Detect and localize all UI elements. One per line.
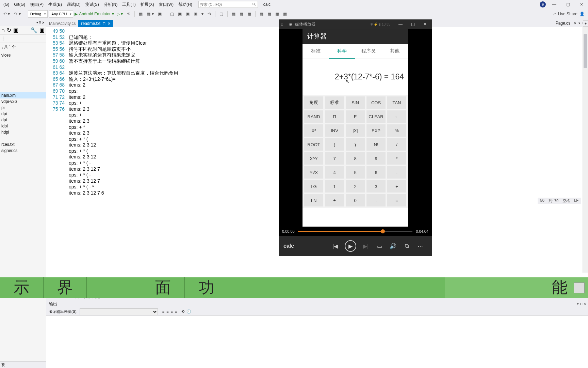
- pin-icon[interactable]: ⊓: [102, 21, 105, 26]
- step-icon[interactable]: ⟲: [126, 11, 132, 17]
- toolbar-icon[interactable]: ⟲: [206, 11, 212, 17]
- dropdown-icon[interactable]: ▾: [577, 302, 579, 306]
- tree-item[interactable]: dpi: [0, 111, 46, 117]
- output-source-select[interactable]: [80, 308, 158, 315]
- home-icon[interactable]: ⌂: [1, 27, 5, 33]
- dropdown-icon[interactable]: ▾: [36, 21, 38, 24]
- file-tab[interactable]: Page.cs: [554, 21, 572, 26]
- toolbar-icon[interactable]: ▦: [238, 11, 245, 17]
- menu-extensions[interactable]: 扩展(X): [138, 1, 156, 8]
- tree-item[interactable]: pi: [0, 105, 46, 111]
- close-icon[interactable]: ✕: [584, 302, 587, 306]
- tree-item[interactable]: idpi: [0, 123, 46, 129]
- tree-item[interactable]: nain.xml: [0, 92, 46, 98]
- calc-key[interactable]: N!: [366, 138, 386, 151]
- toolbar-icon[interactable]: ▣: [177, 11, 183, 17]
- toolbar-icon[interactable]: ▦: [137, 11, 144, 17]
- volume-button[interactable]: 🔊: [388, 241, 398, 251]
- toolbar-icon[interactable]: ▢: [169, 11, 175, 17]
- calc-key[interactable]: 角度: [304, 96, 323, 109]
- toolbar-icon[interactable]: ≡: [171, 310, 173, 314]
- more-button[interactable]: ⋯: [415, 241, 426, 251]
- prev-button[interactable]: |◀: [330, 241, 341, 251]
- indent-mode[interactable]: 空格: [562, 198, 570, 203]
- calc-key[interactable]: CLEAR: [366, 110, 386, 123]
- close-icon[interactable]: ✕: [42, 21, 45, 25]
- menu-test[interactable]: 测试(S): [83, 1, 101, 8]
- back-button[interactable]: ↶ ▾: [2, 11, 11, 17]
- pip-button[interactable]: ⧉: [401, 241, 412, 251]
- file-tab-active[interactable]: readme.txt ⊓ ✕: [78, 20, 113, 27]
- notification-badge[interactable]: 9: [540, 1, 546, 7]
- panel-footer[interactable]: 改: [0, 361, 46, 368]
- toolbar-icon[interactable]: ▣: [184, 11, 191, 17]
- toolbar-icon[interactable]: ≡: [175, 310, 177, 314]
- eol-mode[interactable]: LF: [574, 198, 578, 203]
- toolbar-icon[interactable]: ▦: [274, 11, 280, 17]
- solution-search[interactable]: ┆: [0, 35, 46, 43]
- calc-key[interactable]: COS: [366, 96, 386, 109]
- global-search[interactable]: [198, 1, 258, 8]
- calc-key[interactable]: -: [387, 166, 406, 179]
- seek-track[interactable]: [298, 231, 413, 232]
- menu-debug[interactable]: 调试(D): [65, 1, 83, 8]
- clock-icon[interactable]: 🕐: [186, 309, 191, 314]
- tab-other[interactable]: 其他: [382, 44, 408, 59]
- toolbar-icon[interactable]: ▦: [258, 11, 265, 17]
- calc-key[interactable]: 标准: [325, 96, 344, 109]
- calc-key[interactable]: 9: [366, 152, 386, 165]
- calc-key[interactable]: .: [366, 194, 386, 206]
- expand-icon[interactable]: +: [583, 20, 588, 27]
- calc-key[interactable]: LN: [304, 194, 323, 206]
- calc-key[interactable]: |X|: [346, 124, 365, 137]
- tab-programmer[interactable]: 程序员: [355, 44, 382, 59]
- toolbar-icon[interactable]: ▢: [218, 11, 225, 17]
- menu-item[interactable]: (G): [1, 1, 11, 7]
- toolbar-icon[interactable]: ▦: [282, 11, 288, 17]
- toolbar-icon[interactable]: ▦ ▾: [145, 11, 155, 17]
- toolbar-icon[interactable]: ≡: [166, 310, 168, 314]
- close-button[interactable]: ✕: [420, 19, 430, 29]
- tree-item[interactable]: vices: [0, 52, 46, 58]
- collapse-icon[interactable]: ▣: [13, 27, 18, 33]
- calc-key[interactable]: RAND: [304, 110, 323, 123]
- calc-key[interactable]: INV: [325, 124, 344, 137]
- calc-key[interactable]: E: [346, 110, 365, 123]
- minimize-button[interactable]: —: [549, 1, 559, 8]
- calc-key[interactable]: Y√X: [304, 166, 323, 179]
- config-dropdown[interactable]: Debug: [28, 10, 48, 18]
- calc-key[interactable]: *: [387, 152, 406, 165]
- calc-key[interactable]: TAN: [387, 96, 406, 109]
- platform-dropdown[interactable]: Any CPU: [49, 10, 73, 18]
- calc-key[interactable]: ): [346, 138, 365, 151]
- maximize-button[interactable]: ▢: [408, 19, 418, 29]
- toolbar-icon[interactable]: ≡: [162, 310, 164, 314]
- calc-key[interactable]: 4: [325, 166, 344, 179]
- calc-key[interactable]: 0: [346, 194, 365, 206]
- calc-key[interactable]: (: [325, 138, 344, 151]
- toolbar-icon[interactable]: ▣: [157, 11, 163, 17]
- minimize-button[interactable]: —: [396, 19, 405, 29]
- calc-key[interactable]: +: [387, 180, 406, 193]
- menu-window[interactable]: 窗口(W): [157, 1, 176, 8]
- liveshare[interactable]: ↗ Live Share 👤: [553, 12, 585, 16]
- run-no-debug[interactable]: ▷ ▾: [115, 11, 124, 17]
- calc-key[interactable]: /: [387, 138, 406, 151]
- calc-key[interactable]: X^Y: [304, 152, 323, 165]
- menu-analyze[interactable]: 分析(N): [102, 1, 120, 8]
- calc-key[interactable]: EXP: [366, 124, 386, 137]
- file-tab-inactive[interactable]: MainActivity.cs: [46, 20, 78, 27]
- play-button[interactable]: ▶: [345, 240, 356, 252]
- menu-build[interactable]: 生成(B): [46, 1, 64, 8]
- calc-key[interactable]: 8: [346, 152, 365, 165]
- calc-key[interactable]: LG: [304, 180, 323, 193]
- calc-key[interactable]: 6: [366, 166, 386, 179]
- menu-tools[interactable]: 工具(T): [120, 1, 137, 8]
- wrench-icon[interactable]: 🔧: [31, 27, 37, 33]
- tab-standard[interactable]: 标准: [303, 44, 329, 59]
- forward-button[interactable]: ↷ ▾: [13, 11, 22, 17]
- menu-help[interactable]: 帮助(H): [176, 1, 194, 8]
- calc-key[interactable]: 5: [346, 166, 365, 179]
- properties-icon[interactable]: ▣: [39, 27, 45, 33]
- tree-item[interactable]: hdpi: [0, 129, 46, 135]
